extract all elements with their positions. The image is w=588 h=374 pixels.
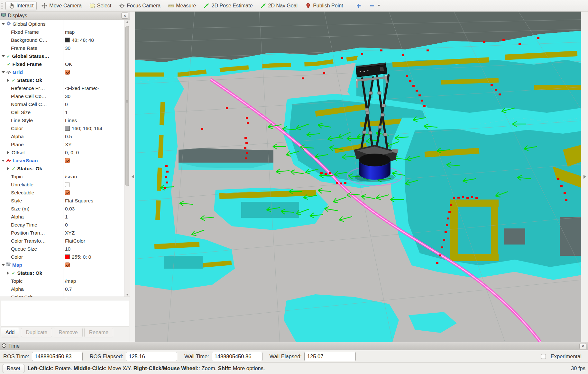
property-value[interactable]: /scan [65,174,77,180]
property-value[interactable]: 1 [65,214,68,220]
tree-row-property[interactable]: Background C… 48; 48; 48 [0,36,124,44]
property-value[interactable]: XYZ [65,230,75,236]
tree-row-property[interactable]: Position Tran… XYZ [0,229,124,237]
add-button[interactable]: Add [1,328,19,337]
expander-icon[interactable] [7,272,11,275]
expander-icon[interactable] [2,55,5,59]
right-splitter[interactable] [581,12,588,342]
tree-row-property[interactable]: Offset 0; 0; 0 [0,148,124,156]
color-swatch[interactable] [65,38,70,42]
toolbar-grip[interactable] [1,2,3,10]
property-value[interactable]: 30 [65,94,70,99]
color-swatch[interactable] [65,254,70,259]
property-value[interactable]: 0.03 [65,206,75,212]
expander-icon[interactable] [2,160,5,163]
tree-row-property[interactable]: Topic /map [0,277,124,285]
property-value[interactable]: 160; 160; 164 [72,126,102,131]
displays-panel-header[interactable]: Displays × [0,12,130,20]
tree-row-property[interactable]: Decay Time 0 [0,221,124,229]
close-icon[interactable]: × [121,13,128,19]
tree-row-property[interactable]: Unreliable [0,181,124,189]
property-value[interactable]: 255; 0; 0 [72,254,91,260]
rename-button[interactable]: Rename [84,328,113,337]
nav-goal-tool-button[interactable]: 2D Nav Goal [258,2,301,10]
tree-row-property[interactable]: Normal Cell C… 0 [0,100,124,108]
collapse-left-icon[interactable] [132,175,134,179]
property-value[interactable]: Lines [65,118,77,123]
tree-row-property[interactable]: Fixed Frame map [0,28,124,36]
panel-splitter-handle[interactable] [0,297,130,300]
tree-row-status[interactable]: ✓ Status: Ok [0,76,124,84]
property-value[interactable]: XY [65,142,72,147]
tree-row-property[interactable]: Color 160; 160; 164 [0,124,124,132]
enabled-checkbox[interactable] [65,70,70,75]
tree-row-property[interactable]: Color Sch… [0,293,124,297]
tree-row-global-status[interactable]: ✓ Global Status… [0,52,124,60]
3d-viewport[interactable] [135,12,581,342]
tree-row-property[interactable]: Plane Cell Co… 30 [0,92,124,100]
tree-row-property[interactable]: Color Transfo… FlatColor [0,237,124,245]
interact-tool-button[interactable]: Interact [5,2,37,10]
tree-row-property[interactable]: Cell Size 1 [0,108,124,116]
property-value[interactable]: Flat Squares [65,198,93,204]
property-value[interactable]: 1 [65,110,68,115]
property-value[interactable]: /map [65,278,76,284]
property-value[interactable]: 0; 0; 0 [65,150,79,156]
tree-row-property[interactable]: Plane XY [0,140,124,148]
pose-estimate-tool-button[interactable]: 2D Pose Estimate [201,2,255,10]
tree-row-property[interactable]: Frame Rate 30 [0,44,124,52]
select-tool-button[interactable]: Select [87,2,114,10]
tree-row-laserscan-display[interactable]: LaserScan [0,156,124,165]
tree-row-property[interactable]: Selectable [0,189,124,197]
experimental-checkbox[interactable] [541,354,546,359]
reset-button[interactable]: Reset [3,364,24,373]
expander-icon[interactable] [7,79,11,82]
add-tool-button[interactable] [353,2,364,10]
enabled-checkbox[interactable] [65,263,70,267]
tree-row-status[interactable]: ✓ Fixed Frame OK [0,60,124,68]
tree-row-grid-display[interactable]: Grid [0,68,124,76]
focus-camera-tool-button[interactable]: Focus Camera [116,2,163,10]
property-value[interactable]: 0.5 [65,134,72,139]
tree-row-property[interactable]: Size (m) 0.03 [0,205,124,213]
property-value[interactable]: 30 [65,45,70,51]
tree-row-property[interactable]: Style Flat Squares [0,197,124,205]
tree-row-property[interactable]: Queue Size 10 [0,245,124,253]
tree-row-property[interactable]: Topic /scan [0,173,124,181]
tree-row-property[interactable]: Alpha 1 [0,213,124,221]
property-value[interactable]: 0 [65,222,68,228]
remove-button[interactable]: Remove [54,328,83,337]
tree-row-property[interactable]: Reference Fr… <Fixed Frame> [0,84,124,92]
tree-row-property[interactable]: Alpha 0.7 [0,285,124,293]
scroll-down-icon[interactable] [126,294,129,296]
wall-time-input[interactable] [212,352,262,361]
tree-scrollbar[interactable] [124,20,130,297]
tree-row-property[interactable]: Color 255; 0; 0 [0,253,124,261]
property-value[interactable]: 0 [65,102,68,107]
color-swatch[interactable] [65,126,70,131]
tree-row-status[interactable]: ✓ Status: Ok [0,269,124,277]
wall-elapsed-input[interactable] [304,352,356,361]
expander-icon[interactable] [7,167,11,170]
expander-icon[interactable] [7,151,11,154]
expander-icon[interactable] [2,264,5,268]
tree-row-global-options[interactable]: Global Options [0,20,124,28]
scroll-up-icon[interactable] [126,21,129,23]
tree-row-map-display[interactable]: Map [0,261,124,269]
unreliable-checkbox[interactable] [65,182,70,187]
ros-elapsed-input[interactable] [126,352,177,361]
tree-row-status[interactable]: ✓ Status: Ok [0,165,124,173]
property-value[interactable]: 48; 48; 48 [72,37,94,43]
tree-row-property[interactable]: Line Style Lines [0,116,124,124]
property-value[interactable]: 10 [65,246,70,252]
scrollbar-thumb[interactable] [125,26,129,186]
duplicate-button[interactable]: Duplicate [21,328,52,337]
expander-icon[interactable] [2,23,5,27]
property-value[interactable]: FlatColor [65,238,85,244]
property-value[interactable]: map [65,29,75,35]
remove-tool-button[interactable] [366,2,383,10]
move-camera-tool-button[interactable]: Move Camera [39,2,84,10]
left-splitter[interactable] [130,12,135,342]
tree-row-property[interactable]: Alpha 0.5 [0,132,124,140]
measure-tool-button[interactable]: Measure [165,2,199,10]
